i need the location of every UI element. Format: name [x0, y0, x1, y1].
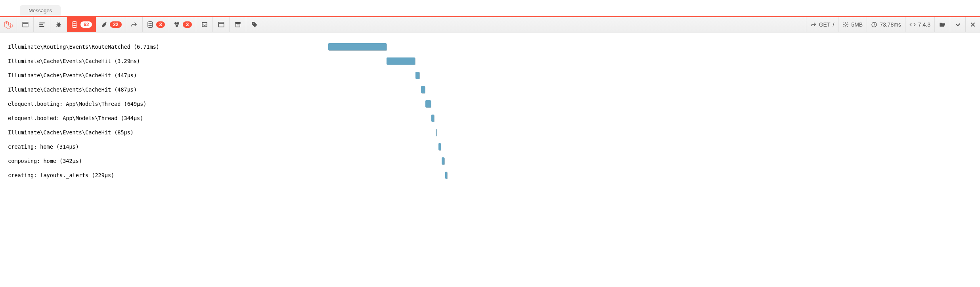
stack-icon [147, 21, 154, 28]
time-label: 73.78ms [880, 21, 901, 28]
share-icon [810, 21, 817, 28]
tab-bar: Messages [0, 0, 980, 16]
path-label: / [833, 21, 834, 28]
event-bar [438, 143, 441, 150]
chevron-down-icon [954, 21, 961, 28]
memory-label: 5MB [851, 21, 863, 28]
event-label: Illuminate\Cache\Events\CacheHit (85µs) [8, 129, 325, 136]
event-bar [421, 86, 425, 93]
mails-badge: 3 [156, 21, 165, 28]
leaf-icon [100, 21, 107, 28]
event-label: creating: layouts._alerts (229µs) [8, 172, 325, 178]
svg-point-4 [57, 23, 60, 27]
svg-point-13 [845, 24, 846, 25]
svg-rect-2 [39, 24, 43, 25]
event-bar [442, 157, 445, 165]
folder-open-icon [939, 21, 946, 28]
timeline-row[interactable]: creating: layouts._alerts (229µs) [8, 168, 972, 182]
bars-icon [38, 21, 46, 28]
event-label: Illuminate\Routing\Events\RouteMatched (… [8, 44, 325, 50]
memory-info[interactable]: 5MB [838, 17, 867, 32]
tags-icon [251, 21, 258, 28]
queries-badge: 62 [80, 21, 92, 28]
event-bar [436, 129, 436, 136]
timeline-row[interactable]: Illuminate\Cache\Events\CacheHit (487µs) [8, 82, 972, 97]
queries-button[interactable]: 62 [67, 17, 96, 32]
cache-button[interactable]: 22 [96, 17, 126, 32]
event-bar [431, 115, 434, 122]
models-badge: 3 [183, 21, 192, 28]
timeline-row[interactable]: Illuminate\Cache\Events\CacheHit (85µs) [8, 125, 972, 140]
event-bar [415, 72, 419, 79]
code-icon [909, 21, 916, 28]
event-bar [425, 100, 431, 107]
svg-rect-10 [218, 22, 224, 27]
close-button[interactable] [965, 17, 980, 32]
route-button[interactable] [126, 17, 143, 32]
share-icon [130, 21, 138, 28]
database-icon [71, 21, 78, 28]
folder-button[interactable] [934, 17, 950, 32]
laravel-logo[interactable] [0, 17, 17, 32]
svg-rect-3 [39, 26, 44, 27]
svg-point-5 [72, 22, 77, 24]
inbox-icon [201, 21, 208, 28]
request-button[interactable] [246, 17, 263, 32]
timeline-panel: Illuminate\Routing\Events\RouteMatched (… [0, 33, 980, 189]
time-info[interactable]: 73.78ms [867, 17, 905, 32]
inbox-button[interactable] [196, 17, 213, 32]
event-label: eloquent.booted: App\Models\Thread (344µ… [8, 115, 325, 121]
event-label: creating: home (314µs) [8, 144, 325, 150]
window-icon [218, 21, 225, 28]
timeline-row[interactable]: creating: home (314µs) [8, 140, 972, 154]
minimize-button[interactable] [950, 17, 965, 32]
cache-badge: 22 [110, 21, 121, 28]
timeline-row[interactable]: eloquent.booting: App\Models\Thread (649… [8, 97, 972, 111]
event-bar [387, 57, 415, 65]
close-icon [970, 21, 976, 28]
event-label: Illuminate\Cache\Events\CacheHit (3.29ms… [8, 58, 325, 64]
timeline-row[interactable]: eloquent.booted: App\Models\Thread (344µ… [8, 111, 972, 125]
php-version-label: 7.4.3 [918, 21, 930, 28]
timeline-button[interactable] [34, 17, 50, 32]
timeline-row[interactable]: Illuminate\Routing\Events\RouteMatched (… [8, 40, 972, 54]
exceptions-button[interactable] [50, 17, 67, 32]
session-button[interactable] [230, 17, 246, 32]
cubes-icon [173, 21, 180, 28]
svg-point-9 [176, 25, 178, 27]
svg-point-8 [177, 22, 179, 25]
bug-icon [55, 21, 62, 28]
event-bar [328, 43, 387, 50]
event-label: composing: home (342µs) [8, 158, 325, 164]
mails-button[interactable]: 3 [143, 17, 170, 32]
svg-rect-1 [39, 23, 45, 23]
archive-icon [234, 21, 241, 28]
clock-icon [871, 21, 877, 28]
gear-icon [842, 21, 849, 28]
request-info[interactable]: GET / [806, 17, 838, 32]
panel-icon [22, 21, 29, 28]
event-label: Illuminate\Cache\Events\CacheHit (447µs) [8, 72, 325, 78]
timeline-row[interactable]: composing: home (342µs) [8, 154, 972, 168]
svg-point-7 [174, 22, 177, 25]
tab-messages[interactable]: Messages [20, 5, 61, 16]
event-label: eloquent.booting: App\Models\Thread (649… [8, 101, 325, 107]
timeline-row[interactable]: Illuminate\Cache\Events\CacheHit (3.29ms… [8, 54, 972, 68]
debugbar-toolbar: 62 22 3 3 GET / 5MB 73.78ms [0, 16, 980, 33]
models-button[interactable]: 3 [169, 17, 196, 32]
messages-button[interactable] [17, 17, 34, 32]
event-bar [445, 172, 447, 179]
svg-rect-0 [23, 22, 28, 27]
event-label: Illuminate\Cache\Events\CacheHit (487µs) [8, 86, 325, 93]
svg-point-6 [148, 22, 153, 24]
svg-point-12 [253, 23, 254, 24]
php-info[interactable]: 7.4.3 [905, 17, 934, 32]
method-label: GET [819, 21, 831, 28]
views-button[interactable] [213, 17, 230, 32]
timeline-row[interactable]: Illuminate\Cache\Events\CacheHit (447µs) [8, 68, 972, 82]
